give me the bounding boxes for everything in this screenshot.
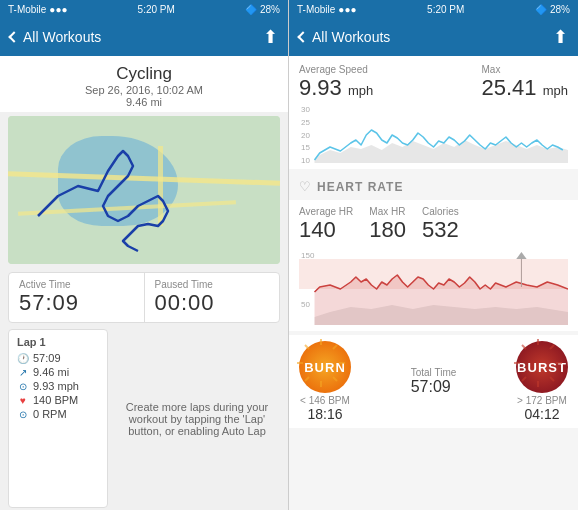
hr-chart: 150 50 xyxy=(299,247,568,327)
lap-speed: 9.93 mph xyxy=(33,380,79,392)
svg-line-10 xyxy=(305,377,309,381)
nav-bar-right: All Workouts ⬆ xyxy=(289,18,578,56)
workout-title: Cycling xyxy=(4,64,284,84)
max-speed-label: Max xyxy=(482,64,568,75)
share-button-right[interactable]: ⬆ xyxy=(553,26,568,48)
total-time-value: 57:09 xyxy=(411,378,457,396)
avg-speed-value: 9.93 mph xyxy=(299,75,373,101)
burn-stats-middle: Total Time 57:09 xyxy=(351,367,516,396)
right-panel: T-Mobile ●●● 5:20 PM 🔷 28% All Workouts … xyxy=(289,0,578,510)
lap-row-speed: ⊙ 9.93 mph xyxy=(17,380,99,392)
burn-col: BURN < 146 BPM 18:16 xyxy=(299,341,351,422)
status-right: 🔷 28% xyxy=(245,4,280,15)
lap-hint: Create more laps during your workout by … xyxy=(114,329,280,508)
workout-date: Sep 26, 2016, 10:02 AM xyxy=(4,84,284,96)
avg-hr-label: Average HR xyxy=(299,206,353,217)
workout-header: Cycling Sep 26, 2016, 10:02 AM 9.46 mi xyxy=(0,56,288,112)
hr-y-axis: 150 50 xyxy=(301,247,314,327)
carrier-label-right: T-Mobile xyxy=(297,4,335,15)
lap-row-hr: ♥ 140 BPM xyxy=(17,394,99,406)
burst-col: BURST > 172 BPM 04:12 xyxy=(516,341,568,422)
back-label-right: All Workouts xyxy=(312,29,390,45)
speed-chart-svg xyxy=(299,105,568,165)
avg-hr-stat: Average HR 140 xyxy=(299,206,353,243)
hr-header: ♡ HEART RATE xyxy=(289,173,578,200)
svg-line-8 xyxy=(333,377,337,381)
time-label: 5:20 PM xyxy=(138,4,175,15)
burn-rays-svg xyxy=(295,337,347,389)
route-svg xyxy=(8,116,280,264)
burst-bpm-label: > 172 BPM xyxy=(517,395,567,406)
nav-bar-left: All Workouts ⬆ xyxy=(0,18,288,56)
speed-section: Average Speed 9.93 mph Max 25.41 mph 30 … xyxy=(289,56,578,169)
rpm-icon: ⊙ xyxy=(17,409,29,420)
hr-stats-row: Average HR 140 Max HR 180 Calories 532 xyxy=(299,206,568,243)
signal-icon-right: ●●● xyxy=(338,4,356,15)
lap-rpm: 0 RPM xyxy=(33,408,67,420)
avg-speed-unit: mph xyxy=(348,83,373,98)
chevron-left-icon xyxy=(8,31,19,42)
lap-distance: 9.46 mi xyxy=(33,366,69,378)
heart-icon-hr: ♡ xyxy=(299,179,311,194)
back-button-left[interactable]: All Workouts xyxy=(10,29,101,45)
paused-time-cell: Paused Time 00:00 xyxy=(144,273,280,322)
total-time-stat: Total Time 57:09 xyxy=(411,367,457,396)
max-hr-value: 180 xyxy=(369,217,406,243)
avg-speed-col: Average Speed 9.93 mph xyxy=(299,64,373,101)
svg-line-14 xyxy=(550,345,554,349)
workout-distance: 9.46 mi xyxy=(4,96,284,108)
clock-icon: 🕐 xyxy=(17,353,29,364)
active-time-cell: Active Time 57:09 xyxy=(9,273,144,322)
speed-chart: 30 25 20 15 10 xyxy=(299,105,568,165)
burst-time: 04:12 xyxy=(524,406,559,422)
lap-box: Lap 1 🕐 57:09 ↗ 9.46 mi ⊙ 9.93 mph ♥ 140… xyxy=(8,329,108,508)
back-label-left: All Workouts xyxy=(23,29,101,45)
speed-header: Average Speed 9.93 mph Max 25.41 mph xyxy=(299,64,568,101)
status-left-right: T-Mobile ●●● xyxy=(297,4,356,15)
speed-icon: ⊙ xyxy=(17,381,29,392)
active-time-label: Active Time xyxy=(19,279,134,290)
svg-line-20 xyxy=(522,345,526,349)
status-bar-right: T-Mobile ●●● 5:20 PM 🔷 28% xyxy=(289,0,578,18)
svg-line-6 xyxy=(333,345,337,349)
max-hr-stat: Max HR 180 xyxy=(369,206,406,243)
burst-icon: BURST xyxy=(516,341,568,393)
calories-label: Calories xyxy=(422,206,459,217)
heart-icon: ♥ xyxy=(17,395,29,406)
max-hr-label: Max HR xyxy=(369,206,406,217)
active-time-value: 57:09 xyxy=(19,290,134,316)
lap-row-time: 🕐 57:09 xyxy=(17,352,99,364)
status-bar: T-Mobile ●●● 5:20 PM 🔷 28% xyxy=(0,0,288,18)
hr-zone-band xyxy=(299,259,568,289)
svg-line-12 xyxy=(305,345,309,349)
map-background xyxy=(8,116,280,264)
bluetooth-icon: 🔷 xyxy=(245,4,257,15)
left-panel: T-Mobile ●●● 5:20 PM 🔷 28% All Workouts … xyxy=(0,0,289,510)
burn-burst-section: BURN < 146 BPM 18:16 Total Time 57:09 xyxy=(289,335,578,428)
time-row: Active Time 57:09 Paused Time 00:00 xyxy=(8,272,280,323)
burn-time: 18:16 xyxy=(307,406,342,422)
avg-speed-label: Average Speed xyxy=(299,64,373,75)
status-left: T-Mobile ●●● xyxy=(8,4,67,15)
paused-time-value: 00:00 xyxy=(155,290,270,316)
bluetooth-icon-right: 🔷 xyxy=(535,4,547,15)
battery-label-right: 28% xyxy=(550,4,570,15)
map-area xyxy=(8,116,280,264)
burn-bpm-label: < 146 BPM xyxy=(300,395,350,406)
share-button-left[interactable]: ⬆ xyxy=(263,26,278,48)
max-speed-unit: mph xyxy=(543,83,568,98)
lap-section: Lap 1 🕐 57:09 ↗ 9.46 mi ⊙ 9.93 mph ♥ 140… xyxy=(8,329,280,508)
burst-rays-svg xyxy=(512,337,564,389)
back-button-right[interactable]: All Workouts xyxy=(299,29,390,45)
paused-time-label: Paused Time xyxy=(155,279,270,290)
lap-hr: 140 BPM xyxy=(33,394,78,406)
lap-row-distance: ↗ 9.46 mi xyxy=(17,366,99,378)
calories-value: 532 xyxy=(422,217,459,243)
signal-icon: ●●● xyxy=(49,4,67,15)
avg-hr-value: 140 xyxy=(299,217,353,243)
time-label-right: 5:20 PM xyxy=(427,4,464,15)
total-time-label: Total Time xyxy=(411,367,457,378)
svg-line-16 xyxy=(550,377,554,381)
max-speed-value: 25.41 mph xyxy=(482,75,568,101)
status-right-right: 🔷 28% xyxy=(535,4,570,15)
